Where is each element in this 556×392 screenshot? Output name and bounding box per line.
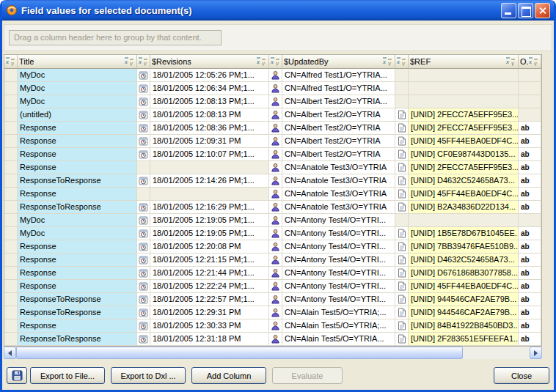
cell-title[interactable]: MyDoc [18,214,137,227]
cell-title[interactable]: Response [18,319,137,333]
cell-updatedby[interactable]: CN=Albert Test2/O=YTRIA [282,135,395,148]
type-icon-cell[interactable] [395,148,409,161]
cell-ref[interactable]: [UNID] 2F283651E5FEEFA1... [409,333,519,346]
cell-o[interactable] [519,108,541,122]
type-icon-cell[interactable] [269,135,282,148]
cell-updatedby[interactable]: CN=Antony Test4/O=YTRI... [282,293,395,306]
table-row[interactable]: MyDoc18/01/2005 12:19:05 PM;1...CN=Anton… [4,227,541,240]
scrollbar-track[interactable] [16,347,530,359]
filter-icon[interactable]: xy [528,57,539,66]
filter-icon[interactable]: xy [256,57,267,66]
cell-title[interactable]: ResponseToResponse [18,174,137,188]
cell-o[interactable] [519,82,541,95]
cell-o[interactable]: ab [519,280,541,293]
table-row[interactable]: Response18/01/2005 12:21:15 PM;1...CN=An… [4,254,541,267]
type-icon-cell[interactable] [395,122,409,135]
titlebar[interactable]: Field values for selected document(s) [2,0,554,21]
type-icon-cell[interactable] [269,69,282,82]
cell-updatedby[interactable]: CN=Alain Test5/O=YTRIA... [282,333,395,346]
type-icon-cell[interactable] [395,227,409,240]
cell-revisions[interactable]: 18/01/2005 12:22:57 PM;1... [150,293,269,306]
cell-updatedby[interactable]: CN=Antony Test4/O=YTRI... [282,214,395,227]
type-icon-cell[interactable] [137,95,150,108]
column-header[interactable]: $Revisionsxy [150,55,269,69]
cell-title[interactable]: MyDoc [18,69,137,82]
cell-o[interactable]: ab [519,122,541,135]
table-row[interactable]: Response18/01/2005 12:09:31 PMCN=Albert … [4,135,541,148]
filter-icon[interactable]: xy [505,57,516,66]
type-icon-cell[interactable] [395,333,409,346]
cell-revisions[interactable]: 18/01/2005 12:06:34 PM;1... [150,82,269,95]
cell-revisions[interactable]: 18/01/2005 12:05:26 PM;1... [150,69,269,82]
type-icon-cell[interactable] [269,227,282,240]
cell-updatedby[interactable]: CN=Albert Test2/O=YTRIA [282,122,395,135]
cell-title[interactable]: Response [18,267,137,280]
cell-revisions[interactable]: 18/01/2005 12:10:07 PM;1... [150,148,269,161]
type-icon-cell[interactable] [137,108,150,122]
cell-updatedby[interactable]: CN=Antony Test4/O=YTRI... [282,280,395,293]
cell-revisions[interactable]: 18/01/2005 12:30:33 PM [150,319,269,333]
cell-title[interactable]: (untitled) [18,108,137,122]
cell-o[interactable]: ab [519,293,541,306]
type-icon-cell[interactable] [137,174,150,188]
cell-ref[interactable] [409,214,519,227]
type-icon-cell[interactable] [269,280,282,293]
cell-revisions[interactable]: 18/01/2005 12:16:29 PM;1... [150,201,269,214]
cell-ref[interactable]: [UNID] D4632C524658A73... [409,174,519,188]
cell-updatedby[interactable]: CN=Antony Test4/O=YTRI... [282,254,395,267]
cell-title[interactable]: Response [18,122,137,135]
close-button[interactable]: Close [494,367,549,384]
cell-revisions[interactable]: 18/01/2005 12:08:13 PM;1... [150,95,269,108]
table-row[interactable]: ResponseCN=Anatole Test3/O=YTRIA[UNID] 2… [4,161,541,174]
type-icon-cell[interactable] [4,333,18,346]
type-icon-cell[interactable] [137,135,150,148]
minimize-button[interactable] [501,3,516,18]
toolbar-icon-button[interactable] [7,367,27,384]
filter-icon[interactable]: xy [270,57,281,66]
type-icon-cell[interactable] [4,267,18,280]
type-icon-cell[interactable] [4,254,18,267]
horizontal-scrollbar[interactable] [4,347,542,359]
type-icon-cell[interactable] [269,293,282,306]
cell-updatedby[interactable]: CN=Anatole Test3/O=YTRIA [282,188,395,201]
icon-column-header[interactable]: xy [395,55,409,69]
cell-title[interactable]: MyDoc [18,227,137,240]
table-row[interactable]: Response18/01/2005 12:20:08 PMCN=Antony … [4,240,541,254]
type-icon-cell[interactable] [137,148,150,161]
cell-title[interactable]: Response [18,240,137,254]
cell-title[interactable]: ResponseToResponse [18,333,137,346]
type-icon-cell[interactable] [269,161,282,174]
table-row[interactable]: ResponseToResponse18/01/2005 12:14:26 PM… [4,174,541,188]
cell-ref[interactable]: [UNID] 2FECC7A5EFF95E3... [409,122,519,135]
table-row[interactable]: ResponseToResponse18/01/2005 12:16:29 PM… [4,201,541,214]
cell-o[interactable]: ab [519,240,541,254]
type-icon-cell[interactable] [4,201,18,214]
cell-ref[interactable]: [UNID] 45FF44EBA0EDF4C... [409,280,519,293]
type-icon-cell[interactable] [395,254,409,267]
type-icon-cell[interactable] [395,95,409,108]
type-icon-cell[interactable] [395,161,409,174]
table-row[interactable]: Response18/01/2005 12:21:44 PM;1...CN=An… [4,267,541,280]
cell-title[interactable]: Response [18,148,137,161]
type-icon-cell[interactable] [4,240,18,254]
type-icon-cell[interactable] [4,108,18,122]
table-row[interactable]: MyDoc18/01/2005 12:05:26 PM;1...CN=Alfre… [4,69,541,82]
type-icon-cell[interactable] [269,82,282,95]
cell-revisions[interactable]: 18/01/2005 12:19:05 PM;1... [150,214,269,227]
cell-ref[interactable]: [UNID] 944546CAF2AE79B... [409,306,519,319]
cell-title[interactable]: Response [18,161,137,174]
type-icon-cell[interactable] [269,214,282,227]
type-icon-cell[interactable] [269,319,282,333]
type-icon-cell[interactable] [395,69,409,82]
type-icon-cell[interactable] [395,280,409,293]
type-icon-cell[interactable] [395,319,409,333]
cell-revisions[interactable]: 18/01/2005 12:22:24 PM;1... [150,280,269,293]
type-icon-cell[interactable] [269,254,282,267]
table-row[interactable]: MyDoc18/01/2005 12:06:34 PM;1...CN=Alfre… [4,82,541,95]
type-icon-cell[interactable] [4,95,18,108]
cell-title[interactable]: MyDoc [18,82,137,95]
cell-ref[interactable]: [UNID] 45FF44EBA0EDF4C... [409,135,519,148]
type-icon-cell[interactable] [4,82,18,95]
cell-updatedby[interactable]: CN=Anatole Test3/O=YTRIA [282,161,395,174]
cell-revisions[interactable]: 18/01/2005 12:14:26 PM;1... [150,174,269,188]
